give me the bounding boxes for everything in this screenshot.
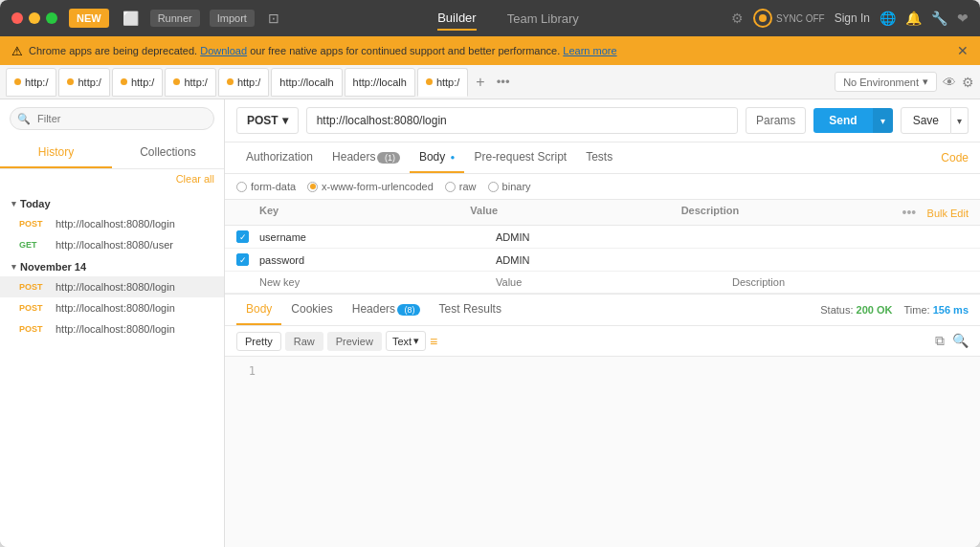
pretty-format-button[interactable]: Pretty xyxy=(236,332,281,351)
col-key: Key xyxy=(259,205,470,220)
row-key-2: password xyxy=(259,254,496,266)
bulk-edit-button[interactable]: Bulk Edit xyxy=(927,208,969,219)
tab-8[interactable]: http:/ xyxy=(417,68,468,97)
new-key-input[interactable] xyxy=(259,276,496,288)
copy-icon[interactable]: ⧉ xyxy=(935,333,945,349)
close-button[interactable] xyxy=(11,12,23,24)
tab-label-8: http:/ xyxy=(436,77,459,88)
tab-5[interactable]: http:/ xyxy=(218,68,269,97)
env-settings-icon[interactable]: ⚙ xyxy=(962,75,974,90)
align-icon[interactable]: ≡ xyxy=(430,334,437,349)
response-format-bar: Pretty Raw Preview Text ▾ ≡ ⧉ 🔍 xyxy=(225,326,980,357)
tab-authorization[interactable]: Authorization xyxy=(236,142,323,173)
tab-4[interactable]: http:/ xyxy=(165,68,215,97)
col-check xyxy=(236,205,259,220)
tab-2[interactable]: http:/ xyxy=(58,68,109,97)
list-item[interactable]: POST http://localhost:8080/login xyxy=(0,276,224,297)
list-item[interactable]: POST http://localhost:8080/login xyxy=(0,213,224,234)
urlencoded-option[interactable]: x-www-form-urlencoded xyxy=(307,181,434,192)
tab-7[interactable]: http://localh xyxy=(345,68,415,97)
layout-icon[interactable]: ⬜ xyxy=(122,11,139,26)
resp-tab-headers[interactable]: Headers (8) xyxy=(343,295,430,325)
heart-icon[interactable]: ❤ xyxy=(957,11,969,26)
new-desc-input[interactable] xyxy=(732,276,969,288)
response-time: 156 ms xyxy=(933,304,969,316)
titlebar-nav: Builder Team Library xyxy=(285,7,731,31)
send-button[interactable]: Send xyxy=(813,108,872,133)
history-url: http://localhost:8080/login xyxy=(56,302,175,314)
import-button[interactable]: Import xyxy=(210,10,255,27)
filter-input[interactable] xyxy=(10,107,214,130)
save-group: Save ▾ xyxy=(901,107,969,134)
resp-tab-body[interactable]: Body xyxy=(236,295,281,325)
checkbox-2[interactable]: ✓ xyxy=(236,253,249,266)
eye-icon[interactable]: 👁 xyxy=(943,75,956,90)
settings-icon[interactable]: ⚙ xyxy=(731,11,744,26)
builder-tab[interactable]: Builder xyxy=(437,7,476,31)
tab-1[interactable]: http:/ xyxy=(6,68,56,97)
add-tab-button[interactable]: + xyxy=(470,70,490,95)
col-actions: ••• Bulk Edit xyxy=(892,205,969,220)
search-response-icon[interactable]: 🔍 xyxy=(952,333,969,349)
method-select[interactable]: POST ▾ xyxy=(236,107,299,134)
form-data-option[interactable]: form-data xyxy=(236,181,296,192)
row-check-1[interactable]: ✓ xyxy=(236,230,259,243)
raw-option[interactable]: raw xyxy=(445,181,477,192)
request-tabs: Authorization Headers (1) Body ● Pre-req… xyxy=(225,142,980,174)
resp-tab-cookies[interactable]: Cookies xyxy=(281,295,342,325)
tab-6[interactable]: http://localh xyxy=(271,68,342,97)
tab-pre-request[interactable]: Pre-request Script xyxy=(464,142,576,173)
new-button[interactable]: NEW xyxy=(69,9,109,28)
resp-tab-test-results[interactable]: Test Results xyxy=(430,295,511,325)
save-chevron-button[interactable]: ▾ xyxy=(951,107,969,134)
tab-tests[interactable]: Tests xyxy=(576,142,622,173)
banner-close-button[interactable]: ✕ xyxy=(957,43,969,58)
row-check-2[interactable]: ✓ xyxy=(236,253,259,266)
radio-inner xyxy=(310,184,316,189)
tab-body[interactable]: Body ● xyxy=(410,142,465,173)
save-button[interactable]: Save xyxy=(901,107,951,134)
params-button[interactable]: Params xyxy=(746,107,806,134)
env-dropdown[interactable]: No Environment ▾ xyxy=(835,72,937,92)
chevron-down-icon: ▾ xyxy=(923,76,928,88)
sign-in-button[interactable]: Sign In xyxy=(835,11,870,25)
bell-icon[interactable]: 🔔 xyxy=(905,11,922,26)
method-badge: POST xyxy=(19,324,48,334)
chevron-icon: ▾ xyxy=(11,262,16,272)
checkbox-1[interactable]: ✓ xyxy=(236,230,249,243)
clear-all-button[interactable]: Clear all xyxy=(176,173,214,185)
list-item[interactable]: POST http://localhost:8080/login xyxy=(0,318,224,339)
learn-more-link[interactable]: Learn more xyxy=(563,45,616,56)
list-item[interactable]: POST http://localhost:8080/login xyxy=(0,297,224,318)
minimize-button[interactable] xyxy=(29,12,40,24)
team-library-tab[interactable]: Team Library xyxy=(507,8,579,30)
code-button[interactable]: Code xyxy=(941,151,969,164)
preview-format-button[interactable]: Preview xyxy=(327,332,382,351)
collections-tab[interactable]: Collections xyxy=(112,138,224,168)
wrench-icon[interactable]: 🔧 xyxy=(931,11,947,26)
history-tab[interactable]: History xyxy=(0,138,112,168)
list-item[interactable]: GET http://localhost:8080/user xyxy=(0,234,224,255)
runner-button[interactable]: Runner xyxy=(150,10,200,27)
method-chevron-icon: ▾ xyxy=(282,114,288,127)
globe-icon[interactable]: 🌐 xyxy=(880,11,896,26)
binary-option[interactable]: binary xyxy=(488,181,531,192)
download-link[interactable]: Download xyxy=(200,45,247,56)
row-key-1: username xyxy=(259,231,496,243)
text-format-dropdown[interactable]: Text ▾ xyxy=(386,331,426,351)
url-input[interactable] xyxy=(306,107,738,134)
send-chevron-button[interactable]: ▾ xyxy=(873,108,893,133)
radio-selected-circle xyxy=(307,182,318,192)
maximize-button[interactable] xyxy=(46,12,57,24)
method-badge: POST xyxy=(19,303,48,313)
checkmark: ✓ xyxy=(239,232,247,242)
tab-3[interactable]: http:/ xyxy=(112,68,163,97)
raw-format-button[interactable]: Raw xyxy=(285,332,323,351)
more-tabs-button[interactable]: ••• xyxy=(491,71,516,93)
new-window-icon[interactable]: ⊡ xyxy=(268,11,279,26)
tab-headers[interactable]: Headers (1) xyxy=(323,142,410,173)
new-value-input[interactable] xyxy=(496,276,732,288)
sidebar-search-wrapper: 🔍 xyxy=(0,99,224,138)
warning-icon: ⚠ xyxy=(11,44,23,58)
radio-circle xyxy=(445,182,456,192)
